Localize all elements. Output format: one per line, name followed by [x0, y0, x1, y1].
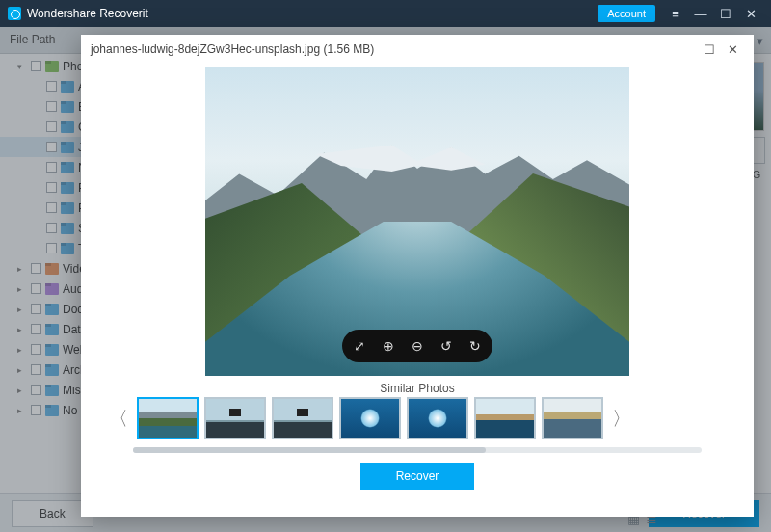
thumb-4[interactable]	[407, 397, 468, 439]
account-button[interactable]: Account	[598, 5, 655, 22]
minimize-icon[interactable]: —	[688, 0, 713, 27]
preview-modal: johannes-ludwig-8dejZGw3Hec-unsplash.jpg…	[81, 35, 754, 517]
titlebar: Wondershare Recoverit Account ≡ — ☐ ✕	[0, 0, 771, 27]
thumbs-next-icon[interactable]: 〉	[611, 399, 632, 438]
zoom-in-icon[interactable]: ⊕	[383, 338, 394, 354]
zoom-out-icon[interactable]: ⊖	[412, 338, 423, 354]
app-logo-icon	[8, 7, 21, 20]
thumb-6[interactable]	[542, 397, 603, 439]
rotate-right-icon[interactable]: ↻	[469, 338, 481, 354]
thumb-0[interactable]	[137, 397, 199, 439]
thumb-1[interactable]	[204, 397, 266, 439]
app-title: Wondershare Recoverit	[27, 7, 148, 20]
thumb-2[interactable]	[272, 397, 333, 439]
preview-toolbar: ⤢ ⊕ ⊖ ↺ ↻	[342, 330, 492, 362]
similar-photos-label: Similar Photos	[81, 382, 754, 395]
maximize-icon[interactable]: ☐	[713, 0, 738, 27]
thumb-5[interactable]	[474, 397, 536, 439]
close-icon[interactable]: ✕	[738, 0, 763, 27]
modal-filename: johannes-ludwig-8dejZGw3Hec-unsplash.jpg	[91, 42, 320, 56]
thumbs-prev-icon[interactable]: 〈	[108, 399, 129, 438]
preview-image: ⤢ ⊕ ⊖ ↺ ↻	[205, 67, 629, 376]
menu-icon[interactable]: ≡	[663, 0, 688, 27]
thumbs-scrollbar[interactable]	[133, 447, 702, 453]
thumb-3[interactable]	[339, 397, 401, 439]
modal-maximize-icon[interactable]: ☐	[698, 38, 721, 61]
fit-icon[interactable]: ⤢	[354, 338, 365, 354]
modal-close-icon[interactable]: ✕	[721, 38, 744, 61]
thumbnail-strip	[137, 397, 603, 439]
modal-filesize: (1.56 MB)	[323, 42, 374, 56]
rotate-left-icon[interactable]: ↺	[440, 338, 452, 354]
modal-recover-button[interactable]: Recover	[360, 463, 475, 490]
